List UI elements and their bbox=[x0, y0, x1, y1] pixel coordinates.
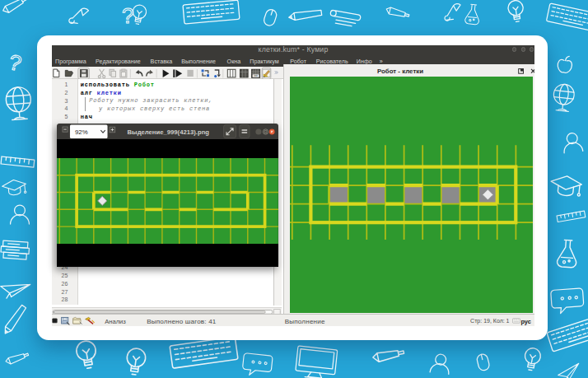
svg-text:?: ? bbox=[122, 3, 133, 28]
svg-text:Выделение_999(4213).png: Выделение_999(4213).png bbox=[128, 128, 210, 136]
svg-text:?: ? bbox=[7, 49, 23, 76]
svg-text:oo: oo bbox=[254, 73, 258, 77]
svg-text:92%: 92% bbox=[75, 128, 88, 136]
